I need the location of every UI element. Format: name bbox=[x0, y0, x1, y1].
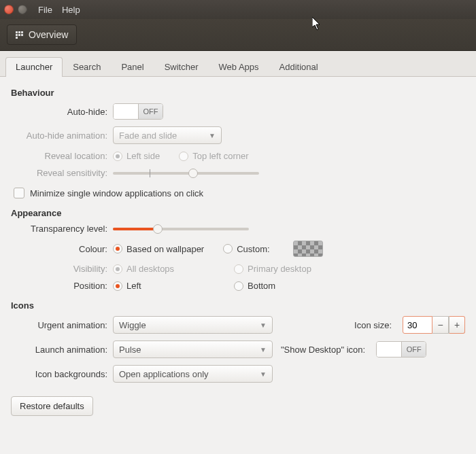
colour-wallpaper-radio[interactable]: Based on wallpaper bbox=[113, 244, 204, 254]
icon-backgrounds-label: Icon backgrounds: bbox=[11, 369, 113, 379]
grid-icon bbox=[16, 31, 23, 39]
position-bottom-label: Bottom bbox=[248, 281, 275, 291]
colour-label: Colour: bbox=[11, 244, 113, 254]
appearance-heading: Appearance bbox=[11, 208, 465, 218]
tab-search[interactable]: Search bbox=[63, 57, 111, 77]
icon-size-decrement[interactable]: − bbox=[432, 316, 449, 334]
minimize-checkbox[interactable] bbox=[14, 188, 24, 198]
launch-animation-label: Launch animation: bbox=[11, 345, 113, 355]
visibility-primary-label: Primary desktop bbox=[248, 264, 311, 274]
tab-content: Behaviour Auto-hide: OFF Auto-hide anima… bbox=[0, 77, 476, 424]
reveal-location-label: Reveal location: bbox=[11, 151, 113, 161]
position-bottom-radio[interactable]: Bottom bbox=[234, 281, 275, 291]
reveal-left-side-radio[interactable]: Left side bbox=[113, 151, 160, 161]
urgent-animation-dropdown[interactable]: Wiggle ▼ bbox=[113, 316, 273, 334]
urgent-animation-label: Urgent animation: bbox=[11, 320, 113, 330]
behaviour-heading: Behaviour bbox=[11, 88, 465, 98]
show-desktop-state: OFF bbox=[401, 342, 426, 357]
visibility-all-radio[interactable]: All desktops bbox=[113, 264, 215, 274]
close-icon[interactable] bbox=[4, 5, 14, 14]
icon-size-input[interactable] bbox=[403, 316, 432, 334]
chevron-down-icon: ▼ bbox=[260, 321, 267, 329]
radio-icon bbox=[113, 152, 122, 161]
tab-panel[interactable]: Panel bbox=[111, 57, 154, 77]
visibility-primary-radio[interactable]: Primary desktop bbox=[234, 264, 311, 274]
launch-animation-dropdown[interactable]: Pulse ▼ bbox=[113, 340, 273, 358]
colour-swatch-button[interactable] bbox=[293, 241, 323, 257]
icon-size-label: Icon size: bbox=[354, 320, 397, 330]
urgent-animation-value: Wiggle bbox=[119, 320, 146, 330]
menu-file[interactable]: File bbox=[38, 5, 52, 15]
icon-backgrounds-dropdown[interactable]: Open applications only ▼ bbox=[113, 365, 273, 383]
auto-hide-state: OFF bbox=[138, 104, 163, 119]
chevron-down-icon: ▼ bbox=[209, 132, 216, 139]
show-desktop-label: "Show Desktop" icon: bbox=[281, 345, 371, 355]
toolbar: Overview bbox=[0, 19, 476, 51]
auto-hide-toggle[interactable]: OFF bbox=[113, 103, 163, 120]
auto-hide-label: Auto-hide: bbox=[11, 107, 113, 117]
radio-icon bbox=[113, 244, 122, 254]
radio-icon bbox=[179, 152, 188, 161]
position-label: Position: bbox=[11, 281, 113, 291]
overview-button[interactable]: Overview bbox=[7, 24, 77, 45]
chevron-down-icon: ▼ bbox=[260, 370, 267, 378]
radio-icon bbox=[234, 264, 243, 274]
chevron-down-icon: ▼ bbox=[260, 346, 267, 353]
transparency-slider[interactable] bbox=[113, 228, 249, 230]
visibility-all-label: All desktops bbox=[126, 264, 174, 274]
radio-icon bbox=[234, 281, 243, 291]
tab-bar: Launcher Search Panel Switcher Web Apps … bbox=[0, 51, 476, 77]
titlebar: File Help bbox=[0, 0, 476, 19]
tab-additional[interactable]: Additional bbox=[269, 57, 328, 77]
menubar: File Help bbox=[38, 5, 80, 15]
restore-defaults-button[interactable]: Restore defaults bbox=[11, 396, 93, 416]
position-left-label: Left bbox=[126, 281, 141, 291]
position-left-radio[interactable]: Left bbox=[113, 281, 215, 291]
launch-animation-value: Pulse bbox=[119, 345, 141, 355]
radio-icon bbox=[113, 264, 122, 274]
minimize-label: Minimize single window applications on c… bbox=[30, 188, 203, 198]
radio-icon bbox=[223, 244, 233, 254]
reveal-left-side-label: Left side bbox=[126, 151, 160, 161]
auto-hide-animation-label: Auto-hide animation: bbox=[11, 130, 113, 141]
menu-help[interactable]: Help bbox=[62, 5, 80, 15]
colour-custom-label: Custom: bbox=[237, 244, 269, 254]
reveal-top-left-label: Top left corner bbox=[192, 151, 248, 161]
minimize-icon[interactable] bbox=[18, 5, 27, 14]
reveal-sensitivity-label: Reveal sensitivity: bbox=[11, 168, 113, 178]
icons-heading: Icons bbox=[11, 300, 465, 311]
reveal-sensitivity-slider[interactable] bbox=[113, 172, 259, 175]
radio-icon bbox=[113, 281, 122, 291]
tab-launcher[interactable]: Launcher bbox=[5, 57, 63, 77]
auto-hide-animation-value: Fade and slide bbox=[119, 130, 177, 141]
tab-webapps[interactable]: Web Apps bbox=[209, 57, 269, 77]
reveal-top-left-radio[interactable]: Top left corner bbox=[179, 151, 248, 161]
icon-backgrounds-value: Open applications only bbox=[119, 369, 209, 379]
visibility-label: Visibility: bbox=[11, 264, 113, 274]
colour-wallpaper-label: Based on wallpaper bbox=[126, 244, 204, 254]
transparency-label: Transparency level: bbox=[11, 224, 113, 234]
icon-size-increment[interactable]: + bbox=[449, 316, 465, 334]
auto-hide-animation-dropdown[interactable]: Fade and slide ▼ bbox=[113, 126, 222, 144]
tab-switcher[interactable]: Switcher bbox=[154, 57, 209, 77]
show-desktop-toggle[interactable]: OFF bbox=[376, 341, 426, 357]
overview-label: Overview bbox=[29, 29, 68, 40]
colour-custom-radio[interactable]: Custom: bbox=[223, 244, 269, 254]
